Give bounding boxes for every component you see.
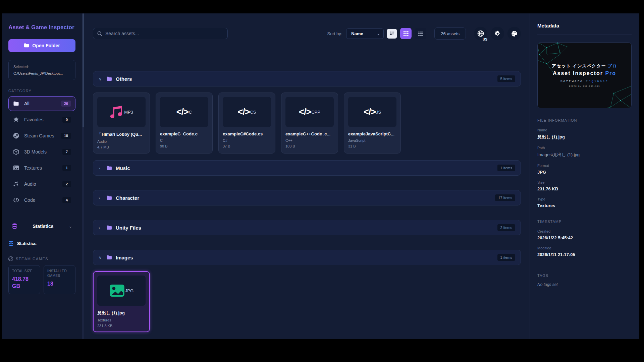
- count-badge: 26: [61, 101, 71, 107]
- search-icon: [97, 31, 102, 36]
- asset-card-js[interactable]: </> JS exampleJavaScriptC... JavaScript …: [344, 93, 401, 154]
- grid-view-button[interactable]: [400, 28, 412, 39]
- folder-icon: [106, 255, 112, 260]
- section-header-music[interactable]: › Music 1 items: [93, 160, 521, 176]
- items-count-badge: 1 items: [497, 254, 515, 261]
- file-ext-label: MP3: [124, 110, 133, 115]
- image-icon: [109, 284, 125, 297]
- cube-icon: [13, 149, 19, 155]
- sidebar-item-all[interactable]: All 26: [8, 96, 75, 111]
- steam-games-heading: STEAM GAMES: [8, 256, 75, 261]
- asset-card-jpg-selected[interactable]: JPG 見出し (1).jpg Textures 231.8 KB: [93, 271, 150, 332]
- field-type: Type Textures: [537, 197, 632, 208]
- file-information-heading: FILE INFORMATION: [537, 118, 632, 122]
- steam-icon: [13, 133, 19, 139]
- metadata-title: Metadata: [537, 23, 632, 28]
- search-box[interactable]: [93, 28, 228, 39]
- file-ext-label: JPG: [125, 288, 133, 293]
- field-format: Format JPG: [537, 164, 632, 175]
- chevron-down-icon: ⌄: [377, 31, 380, 36]
- statistics-heading-row: Statistics: [8, 241, 75, 246]
- sidebar-item-favorites[interactable]: Favorites 0: [8, 112, 75, 127]
- theme-button[interactable]: [507, 27, 521, 40]
- folder-icon: [106, 225, 112, 230]
- app-window: Asset & Game Inspector Open Folder Selec…: [2, 13, 639, 339]
- timestamp-heading: TIMESTAMP: [537, 220, 632, 224]
- selected-label: Selected:: [13, 65, 70, 69]
- chevron-down-icon: ⌄: [69, 224, 72, 229]
- toolbar: Sort by: Name ⌄ 26 assets: [93, 27, 521, 40]
- gear-icon: [494, 30, 501, 37]
- search-input[interactable]: [105, 31, 223, 36]
- code-icon: </>: [364, 107, 376, 117]
- field-size: Size 231.76 KB: [537, 180, 632, 191]
- asset-card-c[interactable]: </> C exampleC_Code.c C 90 B: [156, 93, 213, 154]
- code-icon: </>: [299, 107, 311, 117]
- tags-heading: TAGS: [537, 274, 632, 278]
- folder-icon: [24, 43, 29, 48]
- list-view-button[interactable]: [415, 28, 426, 39]
- file-ext-label: JS: [376, 110, 381, 115]
- steam-icon: [8, 256, 13, 261]
- category-heading: CATEGORY: [8, 89, 75, 93]
- section-header-unity-files[interactable]: › Unity Files 2 items: [93, 220, 521, 235]
- sidebar-item-3d-models[interactable]: 3D Models 7: [8, 144, 75, 159]
- selected-path: C:\Users\Fenix_JP\Desktop\...: [13, 71, 70, 75]
- sidebar-item-code[interactable]: Code 4: [8, 193, 75, 207]
- app-title: Asset & Game Inspector: [8, 23, 75, 32]
- file-ext-label: CS: [250, 110, 256, 115]
- image-icon: [13, 165, 19, 170]
- asset-thumbnail: </> JS: [348, 97, 396, 127]
- section-header-images[interactable]: ∨ Images 1 items: [93, 250, 521, 265]
- statistics-toggle[interactable]: Statistics ⌄: [8, 221, 75, 232]
- language-button[interactable]: US: [474, 27, 487, 40]
- asset-card-cpp[interactable]: </> CPP exampleC++Code .c... C++ 103 B: [281, 93, 338, 154]
- selected-folder-box: Selected: C:\Users\Fenix_JP\Desktop\...: [8, 60, 75, 80]
- chevron-right-icon: ›: [99, 225, 103, 230]
- count-badge: 0: [62, 117, 71, 123]
- count-badge: 18: [61, 133, 71, 139]
- open-folder-button[interactable]: Open Folder: [8, 39, 75, 52]
- field-created: Created 2026/1/22 5:45:42: [537, 229, 632, 240]
- sidebar-item-steam-games[interactable]: Steam Games 18: [8, 128, 75, 143]
- asset-card-cs[interactable]: </> CS exampleC#Code.cs C# 37 B: [218, 93, 275, 154]
- folder-icon: [106, 76, 112, 81]
- sidebar: Asset & Game Inspector Open Folder Selec…: [2, 13, 82, 339]
- settings-button[interactable]: [491, 27, 504, 40]
- sidebar-item-audio[interactable]: Audio 2: [8, 177, 75, 191]
- asset-thumbnail: MP3: [97, 97, 146, 127]
- code-icon: </>: [237, 107, 250, 117]
- divider: [537, 35, 632, 35]
- chevron-right-icon: ›: [99, 195, 103, 200]
- folder-icon: [106, 195, 112, 200]
- field-modified: Modified 2026/1/11 21:17:05: [537, 246, 632, 257]
- count-badge: 2: [62, 181, 71, 187]
- sort-select[interactable]: Name ⌄: [346, 28, 384, 39]
- asset-card-mp3[interactable]: MP3 「Himari Lobby (Qu... Audio 4.7 MB: [93, 93, 150, 154]
- sort-direction-button[interactable]: [387, 29, 397, 39]
- main-content: Sort by: Name ⌄ 26 assets: [84, 13, 530, 339]
- section-header-others[interactable]: ∨ Others 5 items: [93, 71, 521, 86]
- music-icon: [13, 181, 19, 187]
- preview-title-en: Asset Inspector Pro: [553, 70, 616, 76]
- sidebar-scrollbar[interactable]: [82, 13, 84, 339]
- chevron-down-icon: ∨: [99, 76, 103, 81]
- sidebar-item-textures[interactable]: Textures 1: [8, 161, 75, 175]
- images-assets-row: JPG 見出し (1).jpg Textures 231.8 KB: [93, 265, 521, 339]
- preview-title-jp: アセット インスペクター プロ: [552, 63, 617, 69]
- music-icon: [110, 105, 124, 119]
- database-icon: [12, 223, 17, 229]
- chevron-right-icon: ›: [99, 166, 103, 171]
- database-icon: [8, 241, 14, 246]
- count-badge: 7: [62, 149, 71, 155]
- sidebar-divider: [8, 215, 75, 215]
- others-assets-row: MP3 「Himari Lobby (Qu... Audio 4.7 MB </…: [93, 86, 521, 160]
- assets-count-badge: 26 assets: [434, 27, 466, 40]
- asset-thumbnail: </> CPP: [285, 97, 334, 127]
- section-header-character[interactable]: › Character 17 items: [93, 190, 521, 205]
- asset-thumbnail: JPG: [97, 276, 146, 306]
- total-size-card: TOTAL SIZE 418.78 GB: [8, 265, 40, 294]
- field-name: Name 見出し (1).jpg: [537, 128, 632, 140]
- star-icon: [13, 117, 19, 122]
- language-code: US: [482, 38, 488, 41]
